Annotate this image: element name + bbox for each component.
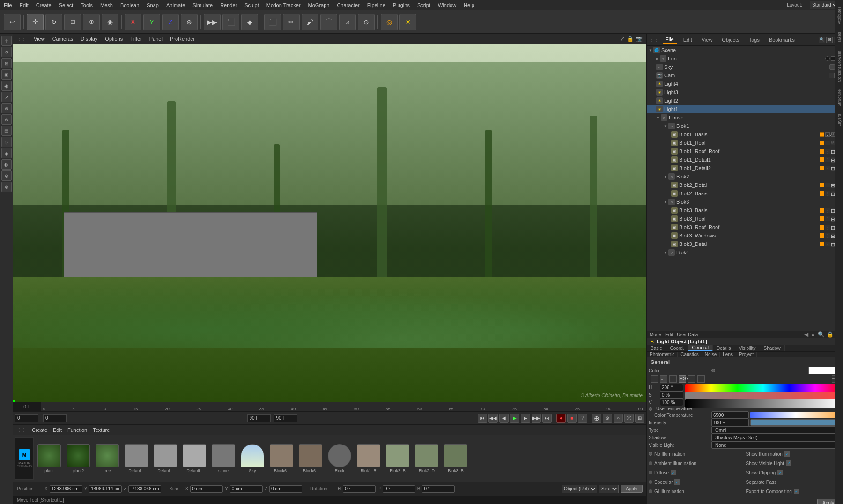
tab-shadow[interactable]: Shadow <box>760 345 785 351</box>
b-rot-input[interactable] <box>422 485 455 493</box>
bt-edit[interactable]: Edit <box>53 427 62 433</box>
tab-details[interactable]: Details <box>713 345 735 351</box>
menu-edit[interactable]: Edit <box>20 2 29 8</box>
timeline-ruler[interactable]: 0 F 0 5 10 15 20 25 30 35 40 45 50 55 60… <box>13 402 646 411</box>
asset-blok3b[interactable]: Blok3_B <box>442 444 469 473</box>
timeline-button[interactable]: ▶▶ <box>204 14 221 30</box>
attr-back-icon[interactable]: ◀ <box>804 331 808 338</box>
z-size-input[interactable] <box>269 485 302 493</box>
blok3-expand[interactable]: ▼ <box>664 200 667 204</box>
stop-record-button[interactable]: ■ <box>567 414 577 423</box>
prev-key-button[interactable]: ◀◀ <box>488 414 498 423</box>
tool-measure[interactable]: ⊘ <box>1 170 12 181</box>
menu-mesh[interactable]: Mesh <box>100 2 113 8</box>
asset-tree[interactable]: tree <box>94 444 121 473</box>
vmenu-display[interactable]: Display <box>81 36 97 42</box>
menu-mograph[interactable]: MoGraph <box>308 2 330 8</box>
tool-sculpt[interactable]: ◐ <box>1 159 12 170</box>
color-ctrl5[interactable] <box>688 375 695 383</box>
tab-general[interactable]: General <box>688 345 713 351</box>
attr-search-icon[interactable]: 🔍 <box>818 331 825 338</box>
layers-tab[interactable]: Layers <box>836 111 843 129</box>
export-compositing-checkbox[interactable]: ✓ <box>794 489 799 494</box>
light-button[interactable]: ☀ <box>399 14 416 30</box>
asset-stone[interactable]: stone <box>210 444 237 473</box>
v-slider-area[interactable] <box>685 399 841 406</box>
menu-render[interactable]: Render <box>220 2 237 8</box>
obj-scene[interactable]: ▼ 🌐 Scene <box>647 46 843 54</box>
obj-blok3-basis[interactable]: ▣ Blok3_Basis ⋮⋮ ⊟ <box>647 206 843 215</box>
v-input[interactable] <box>660 399 683 406</box>
scene-expand[interactable]: ▼ <box>649 48 652 52</box>
obj-blok1-roof[interactable]: ▣ Blok1_Roof ⋮⋮ ⊟ ? <box>647 139 843 147</box>
visible-light-dropdown[interactable]: None Visible Volumetric <box>711 441 841 449</box>
select-tool-button[interactable]: ⊕ <box>83 14 100 30</box>
obj-blok2-detal[interactable]: ▣ Blok2_Detal ⋮⋮ ⊟ <box>647 181 843 189</box>
menu-animate[interactable]: Animate <box>166 2 185 8</box>
bt-texture[interactable]: Texture <box>93 427 110 433</box>
asset-rock[interactable]: Rock <box>326 444 353 473</box>
s-slider-area[interactable] <box>685 392 841 398</box>
tab-lens[interactable]: Lens <box>720 352 736 357</box>
color-ctrl6[interactable] <box>697 375 705 383</box>
tool-axis[interactable]: ⊛ <box>1 114 12 125</box>
asset-block6a[interactable]: Block6_ <box>268 444 295 473</box>
go-end-button[interactable]: ⏭ <box>542 414 552 423</box>
end-frame-display2[interactable]: 90 F <box>274 414 297 422</box>
search-icon[interactable]: 🔍 <box>819 37 825 43</box>
tool-scale[interactable]: ⊞ <box>1 58 12 68</box>
attr-lock-icon[interactable]: 🔒 <box>827 331 834 338</box>
menu-help[interactable]: Help <box>464 2 474 8</box>
rotate-tool-button[interactable]: ↻ <box>45 14 62 30</box>
obj-light4[interactable]: ☀ Light4 ✕ <box>647 80 843 88</box>
record-button[interactable]: ● <box>556 414 566 423</box>
menu-tools[interactable]: Tools <box>81 2 93 8</box>
asset-plant[interactable]: plant <box>36 444 63 473</box>
diffuse-checkbox[interactable]: ✓ <box>671 470 676 475</box>
blok4-expand[interactable]: ▼ <box>664 251 667 255</box>
p-rot-input[interactable] <box>383 485 415 493</box>
powerslider-button[interactable]: Ⓟ <box>624 414 634 423</box>
attr-forward-icon[interactable]: ▲ <box>810 331 816 338</box>
bt-create[interactable]: Create <box>32 427 47 433</box>
z-axis-button[interactable]: Z <box>162 14 179 30</box>
menu-file[interactable]: File <box>4 2 12 8</box>
obj-blok1-d2[interactable]: ▣ Blok1_Detail2 ⋮⋮ ⊟ ? <box>647 164 843 172</box>
color-ctrl3[interactable] <box>669 375 677 383</box>
show-clipping-checkbox[interactable]: ✓ <box>777 470 783 475</box>
tab-visibility[interactable]: Visibility <box>735 345 760 351</box>
undo-button[interactable]: ↩ <box>4 14 21 30</box>
tool-magnify[interactable]: ⊗ <box>1 182 12 192</box>
dope-button[interactable]: ⊞ <box>635 414 644 423</box>
tab-bookmarks[interactable]: Bookmarks <box>766 36 798 44</box>
obj-blok1-basis[interactable]: ▣ Blok1_Basis ⋮⋮ ⊟ ? <box>647 130 843 139</box>
cube-button[interactable]: ⬛ <box>264 14 281 30</box>
asset-default2[interactable]: Default_ <box>152 444 179 473</box>
tab-file[interactable]: File <box>663 36 677 44</box>
y-axis-button[interactable]: Y <box>143 14 160 30</box>
asset-blok2b[interactable]: Blok2_B <box>384 444 411 473</box>
menu-snap[interactable]: Snap <box>147 2 159 8</box>
color-ctrl2[interactable]: ○ <box>660 375 667 383</box>
obj-light3[interactable]: ☀ Light3 ✕ <box>647 88 843 96</box>
menu-simulate[interactable]: Simulate <box>192 2 213 8</box>
color-ctrl1[interactable] <box>651 375 658 383</box>
key-all-button[interactable]: ⊕ <box>592 414 601 423</box>
menu-plugins[interactable]: Plugins <box>393 2 410 8</box>
h-slider-area[interactable] <box>685 384 841 391</box>
tool-live[interactable]: ◉ <box>1 81 12 91</box>
color-temp-slider[interactable] <box>750 412 841 418</box>
menu-select[interactable]: Select <box>59 2 74 8</box>
record-button[interactable]: ⬛ <box>222 14 239 30</box>
lock-icon[interactable]: 🔒 <box>627 36 634 42</box>
deform-button[interactable]: ⊿ <box>339 14 356 30</box>
asset-default1[interactable]: Default_ <box>123 444 150 473</box>
live-select-button[interactable]: ◉ <box>102 14 118 30</box>
camera-icon[interactable]: 📷 <box>636 36 643 42</box>
user-data-label[interactable]: User Data <box>677 332 698 337</box>
tool-workplane[interactable]: ▤ <box>1 126 12 136</box>
tab-view[interactable]: View <box>699 36 716 44</box>
scale-tool-button[interactable]: ⊞ <box>64 14 81 30</box>
tab-project[interactable]: Project <box>736 352 757 357</box>
field-button[interactable]: ⊙ <box>358 14 375 30</box>
